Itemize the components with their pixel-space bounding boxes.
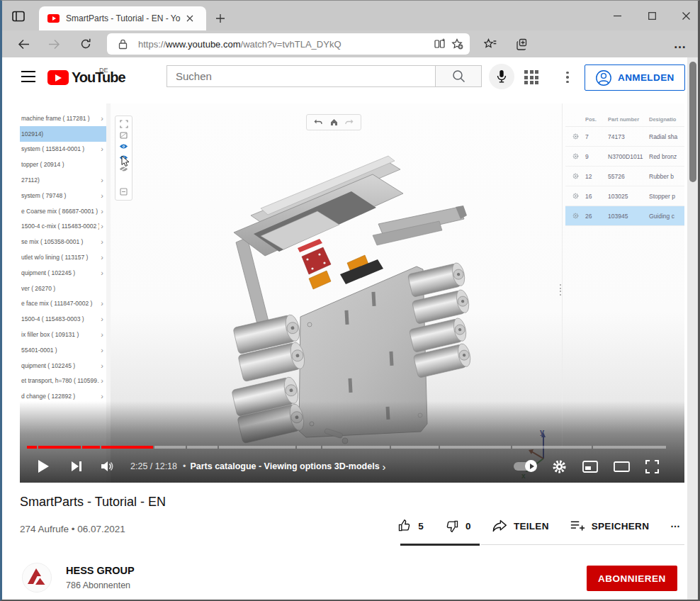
new-tab-button[interactable] (212, 11, 229, 26)
table-row[interactable]: 26103945Guiding c (565, 206, 684, 226)
chapter-chevron-icon[interactable]: › (383, 461, 386, 473)
row-gear-icon[interactable] (565, 153, 585, 159)
chevron-right-icon[interactable]: › (101, 207, 103, 215)
volume-icon[interactable] (101, 461, 115, 472)
tree-item[interactable]: 102914) (20, 126, 106, 142)
tree-item[interactable]: e face mix ( 111847-0002 )› (20, 296, 106, 312)
collapse-icon[interactable] (119, 188, 128, 196)
chevron-right-icon[interactable]: › (101, 191, 103, 200)
split-screen-icon[interactable] (431, 35, 448, 52)
progress-segment-watched[interactable] (38, 446, 81, 449)
row-gear-icon[interactable] (565, 173, 585, 179)
fit-view-icon[interactable] (119, 120, 128, 128)
subscribe-button[interactable]: ABONNIEREN (587, 566, 677, 591)
tree-item[interactable]: e Coarse mix ( 86687-0001 )› (20, 203, 106, 219)
search-button[interactable] (435, 65, 482, 87)
chevron-right-icon[interactable]: › (101, 376, 103, 385)
voice-search-button[interactable] (489, 64, 514, 89)
progress-bar[interactable] (27, 446, 667, 449)
tree-item[interactable]: quipment ( 102245 )› (20, 265, 106, 281)
tree-item[interactable]: 27112)› (20, 172, 106, 188)
save-button[interactable]: SPEICHERN (570, 520, 649, 532)
undo-icon[interactable] (314, 118, 322, 127)
tree-item[interactable]: se mix ( 105358-0001 )› (20, 234, 106, 249)
channel-avatar[interactable] (22, 563, 52, 592)
progress-segment-watched[interactable] (101, 446, 153, 449)
video-player[interactable]: machine frame ( 117281 )›102914)system (… (20, 103, 684, 483)
chevron-right-icon[interactable]: › (101, 361, 103, 370)
like-button[interactable]: 5 (397, 519, 424, 533)
favorites-bar-icon[interactable] (481, 35, 499, 53)
page-scrollbar[interactable] (687, 57, 698, 601)
chevron-right-icon[interactable]: › (101, 176, 103, 184)
collections-icon[interactable] (514, 35, 532, 53)
chevron-right-icon[interactable]: › (101, 299, 103, 308)
miniplayer-icon[interactable] (582, 461, 598, 473)
search-input[interactable] (167, 66, 435, 86)
tree-item[interactable]: system ( 115814-0001 )› (20, 142, 106, 157)
progress-segment[interactable] (219, 446, 295, 449)
address-bar[interactable]: https://www.youtube.com/watch?v=tvhTLA_D… (107, 33, 470, 55)
tree-item[interactable]: ver ( 26270 ) (20, 281, 106, 296)
table-row[interactable]: 9N3700D1011Red bronz (565, 147, 684, 167)
progress-segment[interactable] (322, 446, 390, 449)
chevron-right-icon[interactable]: › (101, 392, 103, 400)
progress-segment[interactable] (297, 446, 321, 449)
show-eye-icon[interactable] (119, 142, 128, 150)
chevron-right-icon[interactable]: › (101, 269, 103, 277)
chevron-right-icon[interactable]: › (101, 222, 103, 230)
chevron-right-icon[interactable]: › (101, 145, 103, 153)
window-close-button[interactable] (674, 6, 698, 25)
tree-item[interactable]: topper ( 20914 ) (20, 157, 106, 172)
chevron-right-icon[interactable]: › (101, 346, 103, 354)
sign-in-button[interactable]: ANMELDEN (585, 64, 685, 91)
settings-gear-icon[interactable] (552, 459, 567, 474)
youtube-settings-kebab-icon[interactable] (559, 69, 576, 86)
box-view-icon[interactable] (119, 131, 128, 139)
scrollbar-thumb[interactable] (689, 62, 696, 182)
add-favorite-icon[interactable] (448, 35, 465, 52)
redo-icon[interactable] (345, 118, 354, 127)
chapter-title[interactable]: Parts catalogue - Viewing options 3D-mod… (190, 461, 379, 471)
refresh-button[interactable] (77, 35, 95, 53)
fullscreen-icon[interactable] (645, 460, 659, 473)
youtube-apps-icon[interactable] (523, 69, 540, 86)
progress-segment[interactable] (512, 446, 592, 449)
tree-item[interactable]: 1500-4 ( 115483-0003 )› (20, 311, 106, 327)
tree-item[interactable]: quipment ( 102245 )› (20, 358, 106, 373)
youtube-logo[interactable]: YouTube (47, 69, 125, 86)
browser-settings-icon[interactable]: … (671, 35, 689, 53)
tree-item[interactable]: 1500-4 c-mix ( 115483-0002 )› (20, 219, 106, 235)
browser-tab[interactable]: SmartParts - Tutorial - EN - YouT (39, 6, 206, 30)
tree-item[interactable]: et transport, h=780 ( 110599…› (20, 373, 106, 389)
next-button[interactable] (71, 461, 82, 472)
forward-button[interactable] (45, 35, 63, 53)
channel-name[interactable]: HESS GROUP (66, 565, 135, 576)
home-view-icon[interactable] (329, 118, 338, 127)
chevron-right-icon[interactable]: › (101, 237, 103, 246)
tree-item[interactable]: 55401-0001 )› (20, 342, 106, 358)
row-gear-icon[interactable] (565, 193, 585, 199)
row-gear-icon[interactable] (565, 133, 585, 140)
chevron-right-icon[interactable]: › (101, 330, 103, 339)
row-gear-icon[interactable] (565, 213, 585, 219)
table-row[interactable]: 774173Radial sha (565, 127, 684, 147)
progress-segment[interactable] (593, 446, 666, 449)
progress-segment-watched[interactable] (82, 446, 100, 449)
panel-resize-handle[interactable] (560, 284, 561, 296)
window-minimize-button[interactable] (605, 6, 629, 25)
tab-close-icon[interactable] (184, 12, 196, 25)
progress-segment[interactable] (440, 446, 511, 449)
chevron-right-icon[interactable]: › (101, 253, 103, 262)
table-row[interactable]: 16103025Stopper p (565, 186, 684, 206)
window-maximize-button[interactable] (640, 6, 664, 25)
chevron-right-icon[interactable]: › (101, 315, 103, 323)
tree-item[interactable]: ix filler box ( 109131 )› (20, 327, 106, 342)
guide-menu-icon[interactable] (21, 71, 35, 82)
tab-actions-menu-icon[interactable] (10, 9, 27, 24)
play-button[interactable] (37, 459, 50, 473)
autoplay-toggle[interactable] (514, 462, 536, 471)
chevron-right-icon[interactable]: › (101, 114, 103, 123)
dislike-button[interactable]: 0 (445, 519, 471, 533)
tree-item[interactable]: machine frame ( 117281 )› (20, 111, 106, 126)
